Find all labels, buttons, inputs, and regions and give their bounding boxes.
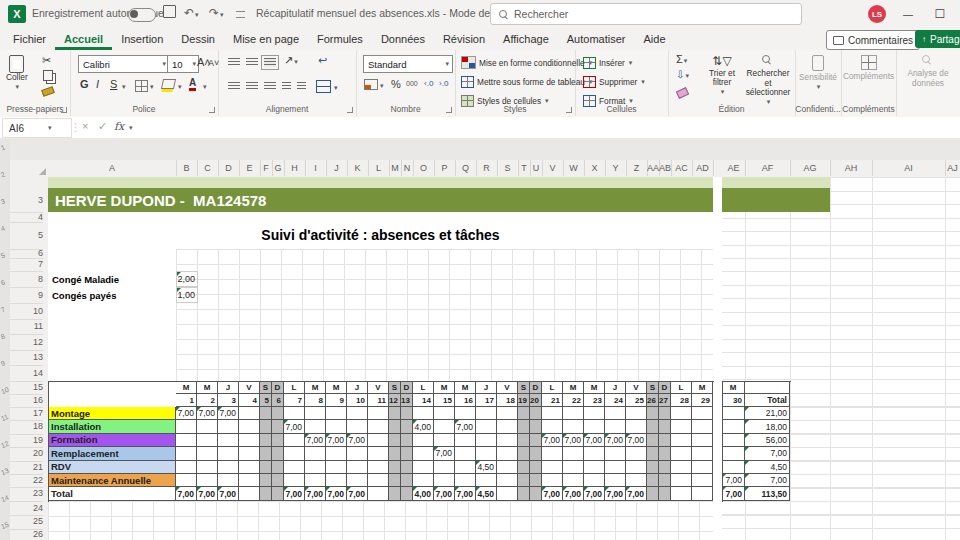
day-number-cell[interactable]: 13 xyxy=(401,394,413,407)
empty-day-cell[interactable] xyxy=(647,474,659,487)
empty-day-cell[interactable] xyxy=(692,461,713,474)
hours-cell[interactable]: 7,00 xyxy=(197,487,218,500)
day-letter-cell[interactable]: M xyxy=(326,381,347,394)
empty-day-cell[interactable] xyxy=(722,407,745,420)
empty-day-cell[interactable] xyxy=(401,420,413,433)
empty-day-cell[interactable] xyxy=(260,447,272,460)
empty-day-cell[interactable] xyxy=(434,420,455,433)
align-top-icon[interactable] xyxy=(228,58,240,67)
hours-cell[interactable]: 7,00 xyxy=(326,487,347,500)
empty-day-cell[interactable] xyxy=(239,407,260,420)
format-painter-icon[interactable] xyxy=(41,86,55,97)
empty-day-cell[interactable] xyxy=(176,447,197,460)
wrap-text-icon[interactable]: ↩ xyxy=(318,54,327,67)
italic-button[interactable]: I xyxy=(96,78,99,90)
day-number-cell[interactable]: 30 xyxy=(722,394,745,407)
row-header-15[interactable]: 15 xyxy=(10,381,43,395)
column-header-V[interactable]: V xyxy=(542,160,564,176)
hours-cell[interactable]: 7,00 xyxy=(455,487,476,500)
spreadsheet-grid[interactable]: HERVE DUPOND - MA124578Suivi d'activité … xyxy=(48,177,960,540)
row-header-18[interactable]: 18 xyxy=(10,420,43,434)
row-header-8[interactable]: 8 xyxy=(10,271,43,288)
empty-day-cell[interactable] xyxy=(563,407,584,420)
empty-day-cell[interactable] xyxy=(518,461,530,474)
empty-day-cell[interactable] xyxy=(305,474,326,487)
row-total-cell[interactable]: 56,00 xyxy=(745,434,790,447)
task-label-cell[interactable]: Maintenance Annuelle xyxy=(48,474,176,487)
empty-day-cell[interactable] xyxy=(368,474,389,487)
row-header-13[interactable]: 13 xyxy=(10,350,43,366)
empty-day-cell[interactable] xyxy=(272,461,284,474)
empty-day-cell[interactable] xyxy=(518,487,530,500)
column-header-O[interactable]: O xyxy=(413,160,435,176)
select-all-corner[interactable] xyxy=(10,160,49,178)
empty-day-cell[interactable] xyxy=(626,461,647,474)
share-button[interactable]: ↑ Partager xyxy=(915,30,960,48)
empty-day-cell[interactable] xyxy=(626,474,647,487)
day-letter-cell[interactable]: D xyxy=(659,381,671,394)
empty-day-cell[interactable] xyxy=(530,434,542,447)
fill-down-icon[interactable]: ⇩▾ xyxy=(676,69,689,80)
empty-day-cell[interactable] xyxy=(284,447,305,460)
empty-day-cell[interactable] xyxy=(197,461,218,474)
task-label-cell[interactable]: Remplacement xyxy=(48,447,176,460)
column-header-A[interactable]: A xyxy=(48,160,177,176)
day-letter-cell[interactable]: V xyxy=(239,381,260,394)
empty-day-cell[interactable] xyxy=(176,434,197,447)
empty-day-cell[interactable] xyxy=(368,447,389,460)
empty-day-cell[interactable] xyxy=(563,447,584,460)
hours-cell[interactable]: 7,00 xyxy=(434,487,455,500)
hours-cell[interactable]: 7,00 xyxy=(197,407,218,420)
row-header-17[interactable]: 17 xyxy=(10,407,43,421)
empty-day-cell[interactable] xyxy=(542,420,563,433)
empty-day-cell[interactable] xyxy=(605,461,626,474)
hours-cell[interactable]: 7,00 xyxy=(542,487,563,500)
empty-day-cell[interactable] xyxy=(272,474,284,487)
ribbon-tab-formules[interactable]: Formules xyxy=(308,28,372,50)
empty-day-cell[interactable] xyxy=(692,420,713,433)
empty-day-cell[interactable] xyxy=(476,420,497,433)
empty-day-cell[interactable] xyxy=(389,407,401,420)
empty-day-cell[interactable] xyxy=(530,420,542,433)
merge-center-icon[interactable] xyxy=(316,80,331,93)
empty-day-cell[interactable] xyxy=(389,434,401,447)
empty-day-cell[interactable] xyxy=(455,461,476,474)
empty-day-cell[interactable] xyxy=(239,487,260,500)
hours-cell[interactable]: 7,00 xyxy=(563,434,584,447)
hours-cell[interactable]: 7,00 xyxy=(218,407,239,420)
empty-day-cell[interactable] xyxy=(542,407,563,420)
empty-day-cell[interactable] xyxy=(239,434,260,447)
empty-day-cell[interactable] xyxy=(722,447,745,460)
paste-button[interactable]: Coller ▾ xyxy=(6,55,28,91)
empty-day-cell[interactable] xyxy=(518,474,530,487)
empty-day-cell[interactable] xyxy=(518,434,530,447)
ribbon-tab-révision[interactable]: Révision xyxy=(434,28,494,50)
cancel-formula-icon[interactable]: × xyxy=(82,120,88,132)
day-number-cell[interactable]: 27 xyxy=(659,394,671,407)
row-header-9[interactable]: 9 xyxy=(10,287,43,304)
column-header-AH[interactable]: AH xyxy=(830,160,873,176)
empty-day-cell[interactable] xyxy=(518,407,530,420)
empty-day-cell[interactable] xyxy=(497,474,518,487)
column-header-C[interactable]: C xyxy=(197,160,219,176)
empty-day-cell[interactable] xyxy=(626,447,647,460)
column-header-B[interactable]: B xyxy=(176,160,198,176)
empty-day-cell[interactable] xyxy=(659,420,671,433)
empty-day-cell[interactable] xyxy=(497,420,518,433)
employee-banner-cell[interactable]: HERVE DUPOND - MA124578 xyxy=(48,188,713,212)
ribbon-tab-aide[interactable]: Aide xyxy=(634,28,674,50)
empty-day-cell[interactable] xyxy=(671,447,692,460)
ribbon-tab-affichage[interactable]: Affichage xyxy=(494,28,558,50)
hours-cell[interactable]: 7,00 xyxy=(305,487,326,500)
day-letter-cell[interactable]: J xyxy=(218,381,239,394)
row-header-10[interactable]: 10 xyxy=(10,303,43,320)
hours-cell[interactable]: 7,00 xyxy=(722,487,745,500)
hours-cell[interactable]: 7,00 xyxy=(326,434,347,447)
day-letter-cell[interactable]: S xyxy=(647,381,659,394)
empty-day-cell[interactable] xyxy=(434,407,455,420)
empty-day-cell[interactable] xyxy=(284,474,305,487)
autosum-icon[interactable]: Σ▾ xyxy=(676,53,687,65)
empty-day-cell[interactable] xyxy=(659,434,671,447)
empty-day-cell[interactable] xyxy=(218,420,239,433)
excel-logo-icon[interactable]: X xyxy=(8,5,26,23)
